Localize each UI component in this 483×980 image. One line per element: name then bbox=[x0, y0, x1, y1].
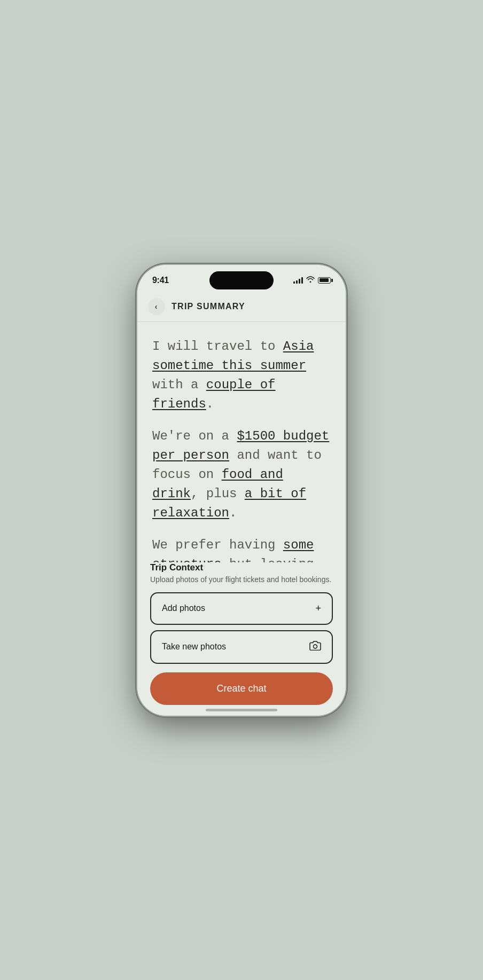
trip-text-p2-plain3: , plus bbox=[191, 487, 245, 501]
trip-text-p1-plain1: I will travel to bbox=[152, 339, 283, 354]
svg-point-0 bbox=[314, 645, 317, 648]
trip-paragraph-2: We're on a $1500 budget per person and w… bbox=[152, 427, 331, 523]
trip-text-p3-plain1: We prefer having bbox=[152, 538, 283, 552]
trip-text-p2-plain1: We're on a bbox=[152, 429, 237, 443]
trip-paragraph-1: I will travel to Asia sometime this summ… bbox=[152, 337, 331, 414]
signal-icon bbox=[293, 277, 303, 284]
status-time: 9:41 bbox=[152, 276, 169, 285]
page-title: TRIP SUMMARY bbox=[172, 302, 245, 311]
nav-bar: ‹ TRIP SUMMARY bbox=[137, 293, 346, 322]
take-photos-label: Take new photos bbox=[162, 642, 226, 652]
bottom-section: Trip Context Upload photos of your fligh… bbox=[137, 562, 346, 716]
trip-text-p1-plain3: . bbox=[206, 397, 214, 411]
wifi-icon bbox=[306, 276, 315, 284]
back-chevron-icon: ‹ bbox=[155, 302, 158, 311]
camera-icon bbox=[309, 641, 321, 653]
trip-context-title: Trip Context bbox=[150, 562, 333, 573]
trip-text-p1-plain2: with a bbox=[152, 378, 206, 392]
add-photos-button[interactable]: Add photos + bbox=[150, 592, 333, 625]
create-chat-label: Create chat bbox=[216, 683, 266, 694]
plus-icon: + bbox=[315, 603, 321, 614]
take-photos-button[interactable]: Take new photos bbox=[150, 630, 333, 664]
trip-summary-text: I will travel to Asia sometime this summ… bbox=[152, 337, 331, 562]
trip-context-subtitle: Upload photos of your flight tickets and… bbox=[150, 575, 333, 584]
status-icons bbox=[293, 276, 331, 284]
main-content: I will travel to Asia sometime this summ… bbox=[137, 322, 346, 562]
trip-paragraph-3: We prefer having some structure but leav… bbox=[152, 536, 331, 562]
dynamic-island bbox=[209, 271, 274, 289]
home-indicator bbox=[206, 709, 277, 711]
battery-icon bbox=[318, 277, 331, 284]
create-chat-button[interactable]: Create chat bbox=[150, 672, 333, 705]
trip-text-p2-plain4: . bbox=[229, 506, 237, 520]
back-button[interactable]: ‹ bbox=[148, 298, 165, 315]
add-photos-label: Add photos bbox=[162, 603, 205, 613]
